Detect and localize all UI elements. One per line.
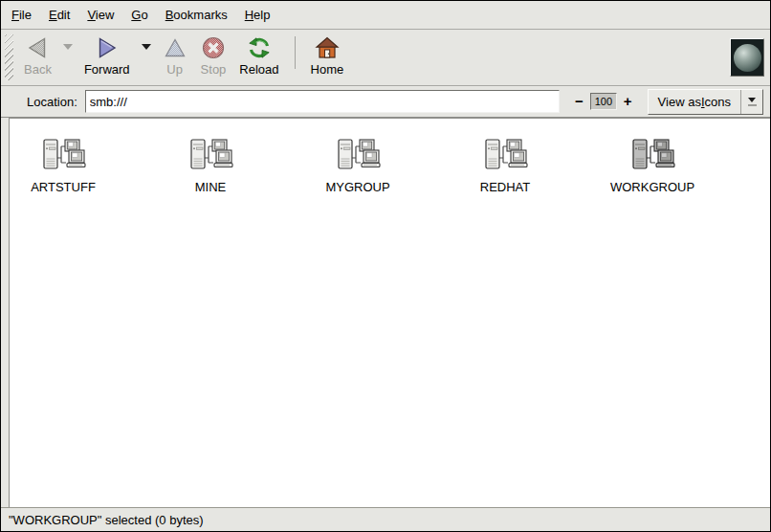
file-item[interactable]: REDHAT <box>453 138 557 194</box>
file-item[interactable]: WORKGROUP <box>601 138 704 194</box>
network-workgroup-icon[interactable] <box>40 138 86 178</box>
reload-icon <box>247 34 272 60</box>
menu-help-label-rest: elp <box>253 8 270 22</box>
chevron-down-icon <box>142 44 151 50</box>
stop-icon <box>201 34 226 60</box>
network-workgroup-icon[interactable] <box>335 138 381 178</box>
toolbar-drag-handle[interactable] <box>5 34 13 80</box>
reload-label: Reload <box>239 63 278 77</box>
up-label: Up <box>166 63 183 77</box>
zoom-level-indicator: 100 <box>590 93 617 110</box>
throbber-sphere <box>734 44 761 72</box>
network-workgroup-icon[interactable] <box>629 138 675 178</box>
menu-help[interactable]: Help <box>236 3 279 27</box>
back-history-dropdown[interactable] <box>58 31 77 63</box>
view-as-post: cons <box>705 95 731 109</box>
back-button[interactable]: Back <box>17 31 58 84</box>
stop-label: Stop <box>201 63 227 77</box>
home-label: Home <box>311 63 344 77</box>
chevron-down-icon <box>63 44 73 50</box>
stop-button[interactable]: Stop <box>194 31 233 84</box>
forward-icon <box>95 34 120 60</box>
file-label: MINE <box>195 180 227 194</box>
icon-view[interactable]: ARTSTUFF MINE <box>9 118 770 507</box>
zoom-out-button[interactable]: − <box>571 93 587 110</box>
file-label: REDHAT <box>480 180 530 194</box>
back-label: Back <box>24 63 52 77</box>
menu-view[interactable]: View <box>78 3 122 27</box>
menu-go-label-rest: o <box>141 8 147 22</box>
file-item[interactable]: MYGROUP <box>306 138 409 194</box>
forward-label: Forward <box>84 63 130 77</box>
status-text: "WORKGROUP" selected (0 bytes) <box>9 513 204 527</box>
location-bar: Location: − 100 + View as Icons <box>1 86 770 118</box>
up-button[interactable]: Up <box>156 31 194 84</box>
home-icon <box>315 34 340 60</box>
view-as-label: View as Icons <box>649 90 740 114</box>
menu-file-label-rest: ile <box>19 8 32 22</box>
menu-file[interactable]: File <box>3 3 40 27</box>
file-label: MYGROUP <box>325 180 389 194</box>
up-icon <box>163 34 187 60</box>
file-item[interactable]: ARTSTUFF <box>11 138 115 194</box>
back-icon <box>25 34 50 60</box>
dropdown-bar <box>748 104 757 106</box>
zoom-in-button[interactable]: + <box>620 93 636 110</box>
sidebar-strip <box>1 118 9 507</box>
forward-history-dropdown[interactable] <box>137 31 156 63</box>
menubar: File Edit View Go Bookmarks Help <box>1 1 770 30</box>
location-input[interactable] <box>85 90 560 113</box>
content-row: ARTSTUFF MINE <box>1 118 770 507</box>
menu-help-label: H <box>245 8 253 22</box>
menu-edit[interactable]: Edit <box>40 3 78 27</box>
nautilus-window: File Edit View Go Bookmarks Help Back <box>0 0 771 532</box>
network-workgroup-icon[interactable] <box>187 138 233 178</box>
network-workgroup-icon[interactable] <box>482 138 528 178</box>
nautilus-throbber-icon <box>730 38 764 77</box>
menu-edit-label-rest: dit <box>57 8 71 22</box>
location-label: Location: <box>27 95 77 109</box>
home-button[interactable]: Home <box>304 31 351 84</box>
reload-button[interactable]: Reload <box>232 31 285 84</box>
view-as-pre: View as <box>658 95 701 109</box>
menu-bookmarks-label-rest: ookmarks <box>173 8 227 22</box>
chevron-down-icon <box>748 98 756 102</box>
forward-button[interactable]: Forward <box>77 31 137 84</box>
toolbar-separator <box>295 36 296 69</box>
file-label: WORKGROUP <box>610 180 694 194</box>
menu-go[interactable]: Go <box>122 3 156 27</box>
file-item[interactable]: MINE <box>159 138 262 194</box>
file-label: ARTSTUFF <box>31 180 96 194</box>
view-as-dropdown[interactable]: View as Icons <box>648 89 763 115</box>
view-as-dropdown-arrow[interactable] <box>740 90 762 114</box>
menu-edit-label: E <box>49 8 57 22</box>
menu-bookmarks[interactable]: Bookmarks <box>157 3 236 27</box>
menu-go-label: G <box>131 8 141 22</box>
toolbar: Back Forward Up <box>1 30 770 86</box>
status-bar: "WORKGROUP" selected (0 bytes) <box>1 507 770 531</box>
menu-view-label-rest: iew <box>96 8 115 22</box>
menu-view-label: V <box>87 8 95 22</box>
menu-file-label: F <box>11 8 19 22</box>
